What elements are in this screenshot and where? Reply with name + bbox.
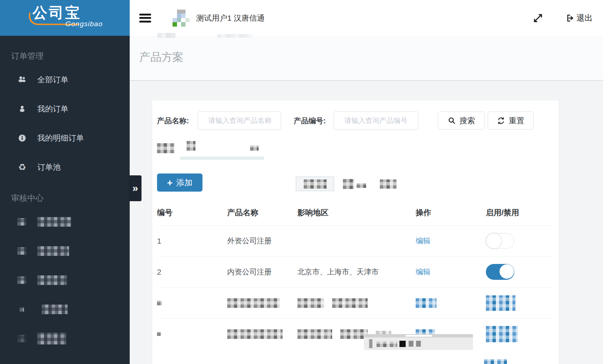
sidebar-item-label: 我的明细订单: [37, 133, 84, 143]
search-button[interactable]: 搜索: [438, 111, 485, 130]
edit-link[interactable]: 编辑: [416, 237, 430, 245]
menu-section-orders: 订单管理: [0, 47, 130, 65]
redacted-label: [37, 217, 71, 227]
filter-form: 产品名称: 产品编号: 搜索 重置: [152, 111, 559, 130]
tab-redacted-2[interactable]: [343, 179, 354, 189]
col-header-enabled: 启用/禁用: [486, 207, 554, 218]
info-icon: [17, 133, 27, 143]
redacted-block: [187, 141, 195, 151]
add-button-label: 添加: [176, 177, 193, 188]
redacted-strip: [157, 33, 176, 38]
redacted-toggle[interactable]: [486, 326, 518, 342]
table-row-redacted: [157, 318, 554, 349]
redacted-icon: [17, 277, 26, 284]
redacted-block: [250, 145, 259, 151]
logo-subtitle: Gongsibao: [65, 20, 103, 28]
product-table: 编号 产品名称 影响地区 操作 启用/禁用 1 外资公司注册 编辑 2 内资公司…: [157, 200, 554, 349]
redacted-cell: [340, 329, 368, 339]
sidebar-item-order-pool[interactable]: ♻ 订单池: [0, 152, 130, 182]
cell-id: 1: [157, 237, 227, 245]
page-title-band: 产品方案: [130, 36, 603, 81]
redacted-label: [42, 305, 68, 314]
logout-label: 退出: [576, 13, 593, 24]
redacted-tooltip: [364, 334, 473, 350]
product-name-input[interactable]: [198, 111, 281, 130]
logout-button[interactable]: 退出: [566, 13, 593, 24]
cell-product-name: 外资公司注册: [227, 236, 297, 246]
redacted-cell: [227, 329, 283, 339]
gongsibao-logo: 公司宝 Gongsibao: [33, 4, 103, 31]
enable-toggle-on[interactable]: [486, 264, 514, 280]
edit-link[interactable]: 编辑: [416, 268, 430, 276]
menu-section-audit-center: 审核中心: [0, 189, 130, 207]
product-code-label: 产品编号:: [294, 116, 326, 126]
enable-toggle-off[interactable]: [486, 233, 514, 249]
tooltip-notch: [405, 335, 432, 337]
toggle-knob: [486, 233, 501, 248]
redacted-block: [369, 339, 372, 348]
logo-band[interactable]: 公司宝 Gongsibao: [0, 0, 130, 36]
sidebar-expand-handle[interactable]: »: [129, 175, 142, 201]
sidebar-item-all-orders[interactable]: 全部订单: [0, 65, 130, 94]
tab-redacted-3[interactable]: [380, 179, 396, 189]
sidebar-item-redacted-4[interactable]: [0, 295, 130, 324]
cell-id: 2: [157, 268, 227, 277]
sidebar: 公司宝 Gongsibao 订单管理 全部订单 我的订单 我的明细订单 ♻ 订单: [0, 0, 130, 364]
recycle-icon: ♻: [17, 162, 27, 172]
sidebar-item-redacted-1[interactable]: [0, 207, 130, 236]
sidebar-item-label: 我的订单: [37, 104, 68, 114]
fullscreen-expand-icon[interactable]: [532, 13, 544, 24]
add-button[interactable]: + 添加: [157, 174, 202, 192]
table-row-redacted: [157, 287, 554, 318]
product-name-label: 产品名称:: [157, 116, 189, 126]
redacted-block: [399, 341, 406, 347]
col-header-name: 产品名称: [227, 207, 297, 218]
redacted-strip: [217, 34, 252, 38]
sidebar-item-redacted-3[interactable]: [0, 265, 130, 295]
reset-button[interactable]: 重置: [488, 111, 534, 130]
pixelated-avatar: [173, 10, 190, 27]
redacted-cell: [297, 298, 324, 308]
redacted-cell: [157, 301, 162, 305]
redacted-underline: [180, 157, 264, 160]
sidebar-item-redacted-5[interactable]: [0, 324, 130, 353]
tab-redacted-selected[interactable]: [296, 176, 334, 191]
sidebar-menu: 订单管理 全部订单 我的订单 我的明细订单 ♻ 订单池 审核中心: [0, 36, 130, 353]
sidebar-item-redacted-2[interactable]: [0, 236, 130, 265]
user-name[interactable]: 测试用户1 汉唐信通: [196, 13, 265, 23]
sidebar-item-my-orders[interactable]: 我的订单: [0, 94, 130, 123]
product-plan-card: 产品名称: 产品编号: 搜索 重置 + 添加 编号 产: [152, 100, 559, 364]
plus-icon: +: [167, 178, 173, 188]
reset-button-label: 重置: [509, 116, 524, 126]
redacted-action[interactable]: [416, 298, 436, 308]
hamburger-menu-icon[interactable]: [139, 14, 151, 23]
redacted-block: [484, 359, 507, 364]
redacted-icon: [17, 247, 26, 255]
redacted-block: [377, 341, 397, 347]
col-header-action: 操作: [416, 207, 486, 218]
product-code-input[interactable]: [334, 111, 418, 130]
double-chevron-right-icon: »: [132, 183, 138, 193]
tooltip-top-bar: [364, 334, 473, 337]
refresh-icon: [497, 117, 505, 125]
redacted-label: [37, 275, 67, 285]
redacted-cell: [332, 298, 368, 308]
search-button-label: 搜索: [460, 116, 475, 126]
table-row: 2 内资公司注册 北京市、上海市、天津市 编辑: [157, 256, 554, 287]
redacted-block: [416, 341, 421, 347]
sidebar-item-my-detail-orders[interactable]: 我的明细订单: [0, 123, 130, 152]
user-icon: [17, 104, 27, 114]
toggle-knob: [500, 264, 514, 279]
redacted-cell: [157, 332, 161, 336]
col-header-region: 影响地区: [297, 207, 416, 218]
redacted-toggle[interactable]: [486, 295, 515, 311]
redacted-icon: [17, 335, 26, 342]
table-header-row: 编号 产品名称 影响地区 操作 启用/禁用: [157, 200, 554, 225]
redacted-block: [409, 341, 413, 347]
redacted-label: [37, 333, 66, 344]
table-row: 1 外资公司注册 编辑: [157, 225, 554, 256]
users-icon: [17, 75, 27, 85]
cell-region: 北京市、上海市、天津市: [297, 267, 416, 277]
search-icon: [448, 117, 456, 125]
sign-out-icon: [566, 14, 575, 23]
